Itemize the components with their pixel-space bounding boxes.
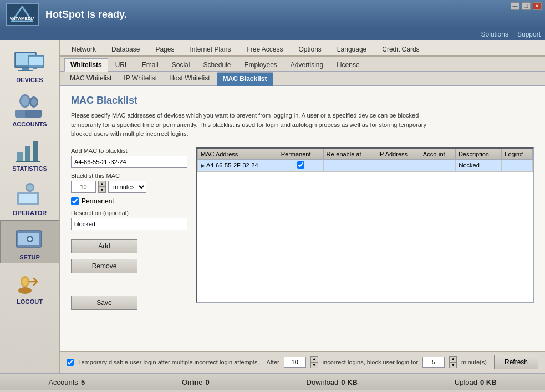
solutions-link[interactable]: Solutions	[481, 30, 508, 38]
sidebar-item-devices[interactable]: DEVICES	[0, 43, 59, 86]
after-up-btn[interactable]: ▲	[310, 356, 318, 362]
subtab-schedule[interactable]: Schedule	[197, 58, 237, 71]
tab-mac-blacklist[interactable]: MAC Blacklist	[217, 72, 273, 86]
permanent-row: Permanent	[71, 197, 187, 205]
sidebar-item-accounts[interactable]: ACCOUNTS	[0, 87, 59, 130]
save-button[interactable]: Save	[71, 296, 137, 310]
page-content: MAC Blacklist Please specify MAC address…	[60, 86, 545, 351]
time-input[interactable]	[71, 181, 96, 193]
after-label: After	[266, 359, 279, 365]
time-unit-select[interactable]: minutes hours days	[108, 181, 146, 193]
tab-pages[interactable]: Pages	[148, 43, 181, 55]
permanent-checkbox[interactable]	[71, 197, 79, 205]
svg-rect-14	[25, 110, 42, 118]
subtab-social[interactable]: Social	[166, 58, 196, 71]
permanent-label: Permanent	[82, 197, 114, 205]
block-down-btn[interactable]: ▼	[449, 362, 457, 368]
svg-point-10	[21, 96, 29, 106]
sidebar-item-statistics[interactable]: STATISTICS	[0, 131, 59, 175]
cell-account	[420, 159, 455, 171]
online-label: Online	[182, 378, 203, 386]
app-title: HotSpot is ready.	[45, 9, 539, 21]
status-bar: Accounts 5 Online 0 Download 0 KB Upload…	[0, 373, 545, 390]
subtab-employees[interactable]: Employees	[238, 58, 283, 71]
tab-network[interactable]: Network	[64, 43, 103, 55]
after-value-input[interactable]	[284, 357, 306, 368]
operator-label: OPERATOR	[13, 210, 47, 216]
accounts-label: Accounts	[48, 378, 78, 386]
cell-description: blocked	[455, 159, 501, 171]
sidebar-item-logout[interactable]: LOGOUT	[0, 264, 59, 308]
tab-language[interactable]: Language	[330, 43, 374, 55]
accounts-icon	[12, 91, 48, 120]
upload-value: 0 KB	[480, 378, 497, 386]
col-reenable: Re-enable at	[323, 149, 375, 159]
time-down-btn[interactable]: ▼	[98, 187, 106, 193]
temp-disable-label: Temporary disable user login after multi…	[78, 359, 257, 365]
window-controls: — ❐ ✕	[511, 2, 542, 10]
after-down-btn[interactable]: ▼	[310, 362, 318, 368]
table-body: ▶A4-66-55-2F-32-24 blocked	[198, 159, 533, 171]
logout-icon	[12, 268, 48, 297]
svg-rect-20	[19, 194, 37, 203]
remove-button[interactable]: Remove	[71, 259, 137, 273]
titlebar: ANTAMEDIA HotSpot is ready. — ❐ ✕	[0, 0, 545, 29]
subtab-whitelists[interactable]: Whitelists	[64, 58, 108, 72]
tab-options[interactable]: Options	[292, 43, 329, 55]
svg-rect-15	[17, 152, 23, 161]
devices-icon	[12, 47, 48, 75]
subtab-license[interactable]: License	[330, 58, 365, 71]
svg-point-13	[31, 98, 37, 106]
mac-blacklist-table: MAC Address Permanent Re-enable at IP Ad…	[197, 149, 533, 172]
cell-mac: ▶A4-66-55-2F-32-24	[198, 159, 278, 171]
accounts-value: 5	[81, 378, 85, 386]
col-ip-address: IP Address	[375, 149, 420, 159]
setup-icon	[12, 224, 48, 253]
upload-label: Upload	[455, 378, 477, 386]
close-button[interactable]: ✕	[533, 2, 542, 10]
col-permanent: Permanent	[278, 149, 323, 159]
table-row[interactable]: ▶A4-66-55-2F-32-24 blocked	[198, 159, 533, 171]
block-up-btn[interactable]: ▲	[449, 356, 457, 362]
subtab-url[interactable]: URL	[109, 58, 135, 71]
tab-internet-plans[interactable]: Internet Plans	[182, 43, 238, 55]
maximize-button[interactable]: ❐	[522, 2, 531, 10]
sidebar: DEVICES ACCOUNTS	[0, 40, 60, 373]
minimize-button[interactable]: —	[511, 2, 519, 10]
tab-ip-whitelist[interactable]: IP Whitelist	[118, 72, 162, 85]
block-value-input[interactable]	[422, 357, 445, 368]
sidebar-item-setup[interactable]: SETUP	[0, 220, 59, 263]
col-login: Login#	[502, 149, 533, 159]
tab-host-whitelist[interactable]: Host Whitelist	[164, 72, 215, 85]
svg-point-29	[18, 287, 32, 294]
tab-credit-cards[interactable]: Credit Cards	[375, 43, 426, 55]
svg-point-26	[28, 237, 32, 241]
tab-database[interactable]: Database	[104, 43, 147, 55]
subtab-email[interactable]: Email	[136, 58, 165, 71]
subtab-advertising[interactable]: Advertising	[284, 58, 329, 71]
sidebar-item-operator[interactable]: OPERATOR	[0, 176, 59, 219]
svg-point-28	[22, 278, 28, 286]
support-link[interactable]: Support	[517, 30, 541, 38]
action-buttons: Add Remove Save	[71, 239, 187, 313]
description-label: Description (optional)	[71, 210, 187, 216]
cell-login	[502, 159, 533, 171]
svg-rect-4	[22, 68, 29, 70]
accounts-status: Accounts 5	[48, 378, 85, 386]
tab-free-access[interactable]: Free Access	[239, 43, 290, 55]
description-input[interactable]	[71, 218, 187, 230]
temp-disable-checkbox[interactable]	[67, 359, 74, 366]
cell-permanent	[278, 159, 323, 171]
online-status: Online 0	[182, 378, 210, 386]
tab-mac-whitelist[interactable]: MAC Whitelist	[64, 72, 117, 85]
time-up-btn[interactable]: ▲	[98, 181, 106, 187]
app-logo: ANTAMEDIA	[6, 3, 39, 26]
form-table-area: Add MAC to blacklist Blacklist this MAC …	[71, 147, 534, 313]
download-value: 0 KB	[341, 378, 358, 386]
refresh-button[interactable]: Refresh	[494, 355, 538, 369]
add-button[interactable]: Add	[71, 239, 137, 253]
time-spinner: ▲ ▼	[98, 181, 106, 193]
blacklist-mac-label: Blacklist this MAC	[71, 172, 187, 179]
svg-rect-5	[18, 70, 33, 71]
add-mac-input[interactable]	[71, 156, 187, 168]
